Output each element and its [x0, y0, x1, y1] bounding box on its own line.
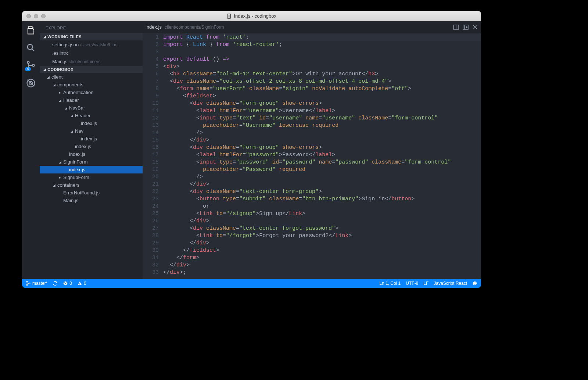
cursor-position[interactable]: Ln 1, Col 1 — [379, 281, 401, 286]
editor: index.js client/components/SigninForm 12… — [143, 21, 481, 279]
sidebar: EXPLORE ◢WORKING FILES settings.json /Us… — [40, 21, 143, 279]
sidebar-title: EXPLORE — [40, 21, 143, 33]
editor-tabbar: index.js client/components/SigninForm — [143, 21, 481, 33]
working-file-item[interactable]: Main.js client/containers — [40, 57, 143, 66]
sync-icon[interactable] — [53, 281, 58, 286]
tree-file[interactable]: index.js — [40, 150, 143, 158]
svg-rect-0 — [227, 14, 231, 18]
window-title: index.js - codingbox — [22, 13, 481, 19]
feedback-icon[interactable] — [472, 281, 477, 286]
encoding-status[interactable]: UTF-8 — [406, 281, 418, 286]
svg-point-16 — [473, 282, 477, 286]
tree-folder[interactable]: ▸SignupForm — [40, 173, 143, 181]
tree-file[interactable]: Main.js — [40, 197, 143, 204]
errors-status[interactable]: 0 — [63, 281, 72, 286]
tree-folder[interactable]: ◢NavBar — [40, 104, 143, 112]
warnings-status[interactable]: 0 — [77, 281, 86, 286]
tree-folder[interactable]: ▸Authentication — [40, 89, 143, 96]
close-tab-icon[interactable] — [472, 24, 478, 30]
svg-point-12 — [29, 283, 30, 284]
more-actions-icon[interactable] — [463, 24, 469, 30]
tree-folder[interactable]: ◢Header — [40, 112, 143, 119]
split-editor-icon[interactable] — [453, 24, 459, 30]
svg-point-9 — [466, 26, 467, 28]
window-controls — [22, 14, 46, 18]
svg-point-4 — [32, 64, 34, 66]
tree-folder[interactable]: ◢Header — [40, 96, 143, 104]
git-badge: 4 — [25, 67, 31, 71]
tree-file[interactable]: index.js — [40, 166, 143, 173]
search-icon[interactable] — [26, 43, 36, 53]
close-icon[interactable] — [26, 14, 31, 18]
tree-file[interactable]: index.js — [40, 143, 143, 150]
working-file-item[interactable]: .eslintrc — [40, 49, 143, 57]
activity-bar: 4 — [22, 21, 40, 279]
tree-folder[interactable]: ◢SigninForm — [40, 158, 143, 166]
svg-point-2 — [27, 61, 29, 63]
svg-rect-14 — [79, 283, 80, 284]
code-lines[interactable]: import React from 'react';import { Link … — [163, 33, 481, 279]
explorer-icon[interactable] — [26, 25, 36, 35]
tab-path: client/components/SigninForm — [165, 25, 453, 30]
svg-point-18 — [475, 283, 476, 283]
svg-point-17 — [474, 283, 474, 283]
svg-point-10 — [26, 281, 28, 282]
working-file-item[interactable]: settings.json /Users/viatsko/Libr... — [40, 40, 143, 49]
minimize-icon[interactable] — [34, 14, 38, 18]
git-branch-status[interactable]: master* — [26, 281, 47, 286]
tree-folder[interactable]: ◢components — [40, 81, 143, 89]
svg-rect-15 — [79, 284, 80, 285]
language-status[interactable]: JavaScript React — [434, 281, 467, 286]
debug-icon[interactable] — [26, 78, 36, 88]
project-header[interactable]: ◢CODINGBOX — [40, 66, 143, 73]
tree-file[interactable]: ErrorNotFound.js — [40, 189, 143, 197]
code-area[interactable]: 1234567891011121314151617181920212223242… — [143, 33, 481, 279]
tree-folder[interactable]: ◢Nav — [40, 127, 143, 135]
status-bar: master* 0 0 Ln 1, Col 1 UTF-8 LF JavaScr… — [22, 279, 481, 288]
zoom-icon[interactable] — [41, 14, 46, 18]
vscode-window: index.js - codingbox 4 EXPLORE ◢WORKING … — [22, 11, 481, 288]
git-icon[interactable]: 4 — [26, 60, 36, 71]
tab-filename[interactable]: index.js — [146, 24, 162, 30]
tree-file[interactable]: index.js — [40, 119, 143, 127]
tree-folder[interactable]: ◢containers — [40, 181, 143, 189]
file-icon — [227, 14, 232, 19]
svg-point-11 — [26, 284, 28, 286]
working-files-header[interactable]: ◢WORKING FILES — [40, 33, 143, 40]
titlebar: index.js - codingbox — [22, 11, 481, 21]
tree-file[interactable]: index.js — [40, 135, 143, 143]
tree-folder[interactable]: ◢client — [40, 73, 143, 81]
eol-status[interactable]: LF — [423, 281, 429, 286]
line-gutter: 1234567891011121314151617181920212223242… — [143, 33, 163, 279]
svg-point-1 — [28, 44, 33, 50]
